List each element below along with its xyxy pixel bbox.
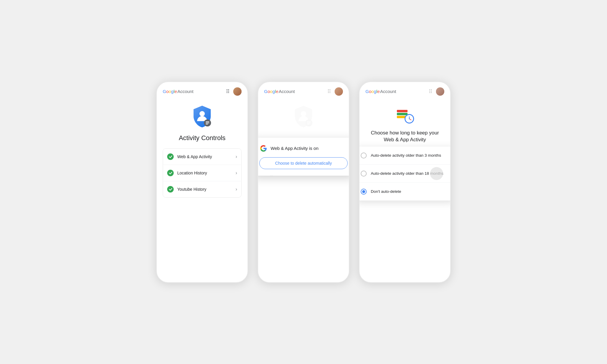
chevron-web: › xyxy=(236,154,237,159)
g-blue: G xyxy=(163,89,166,94)
phone2-body: Youtube History › xyxy=(258,99,349,282)
g-red: o xyxy=(166,89,169,94)
history-clock-icon xyxy=(394,104,415,125)
account-text-1: Account xyxy=(177,89,193,94)
check-icon-youtube xyxy=(167,186,174,193)
grid-icon-2[interactable]: ⠿ xyxy=(327,88,331,95)
check-icon-web xyxy=(167,153,174,160)
account-text-3: Account xyxy=(380,89,396,94)
modal-title-text: Web & App Activity is on xyxy=(271,146,318,151)
google-logo-3: Google Account xyxy=(365,89,396,94)
activity-label-youtube: Youtube History xyxy=(177,187,236,192)
activity-label-web: Web & App Activity xyxy=(177,154,236,159)
option-label-3months: Auto-delete activity older than 3 months xyxy=(371,153,441,158)
radio-no-delete[interactable] xyxy=(361,189,367,195)
grid-icon-3[interactable]: ⠿ xyxy=(429,88,432,95)
shield-icon-wrap xyxy=(190,105,214,129)
delete-auto-button[interactable]: Choose to delete automatically xyxy=(259,157,348,169)
header-icons-2: ⠿ xyxy=(327,87,343,96)
g-icon-wrap xyxy=(259,144,268,153)
modal-card: Web & App Activity is on Choose to delet… xyxy=(258,138,349,176)
option-label-no-delete: Don't auto-delete xyxy=(371,189,401,194)
avatar-2[interactable] xyxy=(335,87,343,96)
choose-title: Choose how long to keep your Web & App A… xyxy=(365,129,444,144)
phone-2: Google Account ⠿ xyxy=(258,81,349,283)
radio-3months[interactable] xyxy=(361,153,367,158)
svg-rect-10 xyxy=(397,110,408,112)
google-g-icon xyxy=(260,145,267,152)
phone2-header: Google Account ⠿ xyxy=(258,82,349,99)
scene: Google Account ⠿ xyxy=(144,70,463,295)
option-no-delete[interactable]: Don't auto-delete xyxy=(359,183,451,201)
svg-point-0 xyxy=(199,111,205,116)
svg-rect-11 xyxy=(397,113,408,115)
modal-title-row: Web & App Activity is on xyxy=(259,144,318,153)
radio-18months[interactable] xyxy=(361,171,367,177)
phone3-header: Google Account ⠿ xyxy=(360,82,450,99)
check-icon-location xyxy=(167,170,174,176)
avatar-img-2 xyxy=(335,87,343,96)
svg-rect-2 xyxy=(206,121,209,122)
options-card: Auto-delete activity older than 3 months… xyxy=(359,147,451,201)
page-title-1: Activity Controls xyxy=(179,134,226,142)
dimmed-overlay xyxy=(258,99,349,282)
phone1-header: Google Account ⠿ xyxy=(157,82,247,99)
option-18months[interactable]: Auto-delete activity older than 18 month… xyxy=(359,165,451,183)
phone3-content: Choose how long to keep your Web & App A… xyxy=(360,99,450,282)
clock-icon-wrap xyxy=(394,104,415,125)
phone1-content: Activity Controls Web & App Activity › L… xyxy=(157,99,247,282)
activity-list: Web & App Activity › Location History › … xyxy=(163,148,242,198)
svg-point-17 xyxy=(409,118,410,119)
account-text-2: Account xyxy=(279,89,295,94)
chevron-youtube: › xyxy=(236,187,237,192)
shield-svg xyxy=(192,105,213,129)
avatar-img-1 xyxy=(233,87,242,96)
google-logo-1: Google Account xyxy=(163,89,194,94)
radio-inner-selected xyxy=(362,190,365,193)
g-red2: e xyxy=(175,89,177,94)
phone-1: Google Account ⠿ xyxy=(156,81,248,283)
g-blue2: g xyxy=(171,89,173,94)
avatar-3[interactable] xyxy=(436,87,444,96)
header-icons-3: ⠿ xyxy=(429,87,444,96)
activity-item-web[interactable]: Web & App Activity › xyxy=(163,149,241,165)
svg-rect-3 xyxy=(206,123,209,123)
grey-circle-bg xyxy=(430,167,443,180)
google-logo-2: Google Account xyxy=(264,89,295,94)
option-3months[interactable]: Auto-delete activity older than 3 months xyxy=(359,147,451,165)
activity-label-location: Location History xyxy=(177,171,236,175)
grid-icon-1[interactable]: ⠿ xyxy=(226,88,230,95)
activity-item-youtube[interactable]: Youtube History › xyxy=(163,181,241,197)
svg-rect-4 xyxy=(206,124,208,124)
chevron-location: › xyxy=(236,170,237,176)
avatar-img-3 xyxy=(436,87,444,96)
avatar-1[interactable] xyxy=(233,87,242,96)
header-icons-1: ⠿ xyxy=(226,87,242,96)
activity-item-location[interactable]: Location History › xyxy=(163,165,241,181)
g-yellow: o xyxy=(169,89,171,94)
phone-3: Google Account ⠿ xyxy=(359,81,451,283)
